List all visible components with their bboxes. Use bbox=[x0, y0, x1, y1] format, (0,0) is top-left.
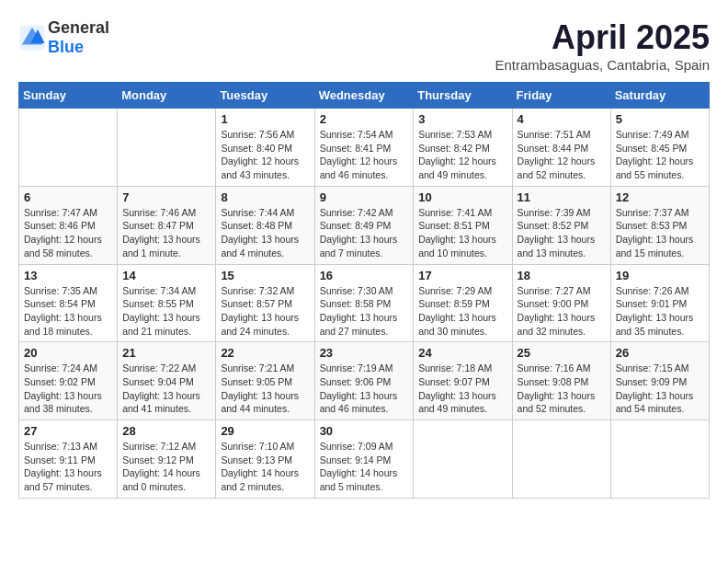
calendar-cell: 28Sunrise: 7:12 AM Sunset: 9:12 PM Dayli… bbox=[118, 420, 216, 499]
calendar-cell: 30Sunrise: 7:09 AM Sunset: 9:14 PM Dayli… bbox=[314, 420, 414, 499]
day-info: Sunrise: 7:37 AM Sunset: 8:53 PM Dayligh… bbox=[616, 206, 704, 260]
logo: General Blue bbox=[18, 18, 109, 57]
calendar-cell: 14Sunrise: 7:34 AM Sunset: 8:55 PM Dayli… bbox=[118, 264, 216, 342]
day-number: 30 bbox=[320, 424, 409, 438]
day-number: 21 bbox=[122, 346, 210, 360]
calendar-cell: 17Sunrise: 7:29 AM Sunset: 8:59 PM Dayli… bbox=[414, 264, 512, 342]
logo-blue-text: Blue bbox=[48, 38, 84, 56]
calendar-cell: 11Sunrise: 7:39 AM Sunset: 8:52 PM Dayli… bbox=[512, 186, 610, 264]
day-number: 16 bbox=[320, 269, 409, 282]
day-info: Sunrise: 7:12 AM Sunset: 9:12 PM Dayligh… bbox=[122, 440, 210, 494]
day-info: Sunrise: 7:19 AM Sunset: 9:06 PM Dayligh… bbox=[320, 362, 409, 416]
calendar-cell: 22Sunrise: 7:21 AM Sunset: 9:05 PM Dayli… bbox=[216, 342, 314, 420]
calendar-cell: 7Sunrise: 7:46 AM Sunset: 8:47 PM Daylig… bbox=[118, 186, 216, 264]
day-info: Sunrise: 7:44 AM Sunset: 8:48 PM Dayligh… bbox=[221, 206, 309, 260]
page-header: General Blue April 2025 Entrambasaguas, … bbox=[18, 18, 710, 73]
day-info: Sunrise: 7:09 AM Sunset: 9:14 PM Dayligh… bbox=[320, 440, 409, 494]
calendar-cell: 21Sunrise: 7:22 AM Sunset: 9:04 PM Dayli… bbox=[118, 342, 216, 420]
calendar-cell: 6Sunrise: 7:47 AM Sunset: 8:46 PM Daylig… bbox=[19, 186, 118, 264]
calendar-week-row-5: 27Sunrise: 7:13 AM Sunset: 9:11 PM Dayli… bbox=[19, 420, 710, 499]
calendar-cell: 26Sunrise: 7:15 AM Sunset: 9:09 PM Dayli… bbox=[610, 342, 709, 420]
calendar-cell: 9Sunrise: 7:42 AM Sunset: 8:49 PM Daylig… bbox=[314, 186, 414, 264]
day-number: 29 bbox=[221, 424, 309, 438]
calendar-subtitle: Entrambasaguas, Cantabria, Spain bbox=[495, 57, 710, 73]
weekday-header-monday: Monday bbox=[118, 83, 216, 109]
weekday-header-saturday: Saturday bbox=[610, 83, 709, 109]
day-info: Sunrise: 7:53 AM Sunset: 8:42 PM Dayligh… bbox=[418, 128, 506, 182]
day-number: 14 bbox=[122, 269, 210, 282]
day-number: 1 bbox=[221, 112, 309, 126]
calendar-week-row-4: 20Sunrise: 7:24 AM Sunset: 9:02 PM Dayli… bbox=[19, 342, 710, 420]
calendar-cell: 1Sunrise: 7:56 AM Sunset: 8:40 PM Daylig… bbox=[216, 109, 314, 187]
day-number: 4 bbox=[518, 112, 606, 126]
day-info: Sunrise: 7:41 AM Sunset: 8:51 PM Dayligh… bbox=[418, 206, 506, 260]
day-info: Sunrise: 7:24 AM Sunset: 9:02 PM Dayligh… bbox=[24, 362, 112, 416]
day-info: Sunrise: 7:18 AM Sunset: 9:07 PM Dayligh… bbox=[418, 362, 506, 416]
day-info: Sunrise: 7:47 AM Sunset: 8:46 PM Dayligh… bbox=[24, 206, 112, 260]
day-number: 15 bbox=[221, 269, 309, 282]
day-number: 24 bbox=[418, 346, 506, 360]
calendar-week-row-1: 1Sunrise: 7:56 AM Sunset: 8:40 PM Daylig… bbox=[19, 109, 710, 187]
calendar-title: April 2025 bbox=[495, 18, 710, 57]
weekday-header-tuesday: Tuesday bbox=[216, 83, 314, 109]
calendar-cell: 27Sunrise: 7:13 AM Sunset: 9:11 PM Dayli… bbox=[19, 420, 118, 499]
day-number: 9 bbox=[320, 190, 409, 204]
calendar-cell: 18Sunrise: 7:27 AM Sunset: 9:00 PM Dayli… bbox=[512, 264, 610, 342]
day-info: Sunrise: 7:39 AM Sunset: 8:52 PM Dayligh… bbox=[518, 206, 606, 260]
calendar-cell: 23Sunrise: 7:19 AM Sunset: 9:06 PM Dayli… bbox=[314, 342, 414, 420]
weekday-header-friday: Friday bbox=[512, 83, 610, 109]
day-number: 11 bbox=[518, 190, 606, 204]
day-info: Sunrise: 7:35 AM Sunset: 8:54 PM Dayligh… bbox=[24, 284, 112, 339]
day-info: Sunrise: 7:22 AM Sunset: 9:04 PM Dayligh… bbox=[122, 362, 210, 416]
day-info: Sunrise: 7:32 AM Sunset: 8:57 PM Dayligh… bbox=[221, 284, 309, 339]
calendar-cell: 16Sunrise: 7:30 AM Sunset: 8:58 PM Dayli… bbox=[314, 264, 414, 342]
calendar-cell: 13Sunrise: 7:35 AM Sunset: 8:54 PM Dayli… bbox=[19, 264, 118, 342]
logo-icon bbox=[18, 24, 46, 52]
calendar-cell bbox=[414, 420, 512, 499]
day-number: 22 bbox=[221, 346, 309, 360]
calendar-cell bbox=[610, 420, 709, 499]
day-info: Sunrise: 7:15 AM Sunset: 9:09 PM Dayligh… bbox=[616, 362, 704, 416]
title-block: April 2025 Entrambasaguas, Cantabria, Sp… bbox=[495, 18, 710, 73]
day-number: 25 bbox=[518, 346, 606, 360]
calendar-cell: 3Sunrise: 7:53 AM Sunset: 8:42 PM Daylig… bbox=[414, 109, 512, 187]
day-number: 2 bbox=[320, 112, 409, 126]
weekday-header-sunday: Sunday bbox=[19, 83, 118, 109]
calendar-table: SundayMondayTuesdayWednesdayThursdayFrid… bbox=[18, 82, 710, 499]
day-info: Sunrise: 7:26 AM Sunset: 9:01 PM Dayligh… bbox=[616, 284, 704, 339]
day-info: Sunrise: 7:46 AM Sunset: 8:47 PM Dayligh… bbox=[122, 206, 210, 260]
day-number: 10 bbox=[418, 190, 506, 204]
weekday-header-row: SundayMondayTuesdayWednesdayThursdayFrid… bbox=[19, 83, 710, 109]
day-number: 8 bbox=[221, 190, 309, 204]
day-number: 20 bbox=[24, 346, 112, 360]
day-info: Sunrise: 7:54 AM Sunset: 8:41 PM Dayligh… bbox=[320, 128, 409, 182]
day-info: Sunrise: 7:13 AM Sunset: 9:11 PM Dayligh… bbox=[24, 440, 112, 494]
calendar-cell: 24Sunrise: 7:18 AM Sunset: 9:07 PM Dayli… bbox=[414, 342, 512, 420]
day-info: Sunrise: 7:42 AM Sunset: 8:49 PM Dayligh… bbox=[320, 206, 409, 260]
calendar-cell: 8Sunrise: 7:44 AM Sunset: 8:48 PM Daylig… bbox=[216, 186, 314, 264]
day-info: Sunrise: 7:21 AM Sunset: 9:05 PM Dayligh… bbox=[221, 362, 309, 416]
calendar-week-row-2: 6Sunrise: 7:47 AM Sunset: 8:46 PM Daylig… bbox=[19, 186, 710, 264]
calendar-cell: 4Sunrise: 7:51 AM Sunset: 8:44 PM Daylig… bbox=[512, 109, 610, 187]
calendar-cell bbox=[512, 420, 610, 499]
calendar-cell: 2Sunrise: 7:54 AM Sunset: 8:41 PM Daylig… bbox=[314, 109, 414, 187]
day-number: 13 bbox=[24, 269, 112, 282]
calendar-cell: 19Sunrise: 7:26 AM Sunset: 9:01 PM Dayli… bbox=[610, 264, 709, 342]
day-number: 6 bbox=[24, 190, 112, 204]
day-number: 19 bbox=[616, 269, 704, 282]
day-info: Sunrise: 7:51 AM Sunset: 8:44 PM Dayligh… bbox=[518, 128, 606, 182]
day-number: 26 bbox=[616, 346, 704, 360]
calendar-cell: 25Sunrise: 7:16 AM Sunset: 9:08 PM Dayli… bbox=[512, 342, 610, 420]
calendar-cell: 10Sunrise: 7:41 AM Sunset: 8:51 PM Dayli… bbox=[414, 186, 512, 264]
calendar-cell: 12Sunrise: 7:37 AM Sunset: 8:53 PM Dayli… bbox=[610, 186, 709, 264]
day-number: 12 bbox=[616, 190, 704, 204]
day-info: Sunrise: 7:27 AM Sunset: 9:00 PM Dayligh… bbox=[518, 284, 606, 339]
calendar-cell bbox=[19, 109, 118, 187]
day-info: Sunrise: 7:10 AM Sunset: 9:13 PM Dayligh… bbox=[221, 440, 309, 494]
weekday-header-thursday: Thursday bbox=[414, 83, 512, 109]
calendar-cell: 20Sunrise: 7:24 AM Sunset: 9:02 PM Dayli… bbox=[19, 342, 118, 420]
calendar-cell: 5Sunrise: 7:49 AM Sunset: 8:45 PM Daylig… bbox=[610, 109, 709, 187]
calendar-cell bbox=[118, 109, 216, 187]
day-number: 5 bbox=[616, 112, 704, 126]
day-info: Sunrise: 7:30 AM Sunset: 8:58 PM Dayligh… bbox=[320, 284, 409, 339]
